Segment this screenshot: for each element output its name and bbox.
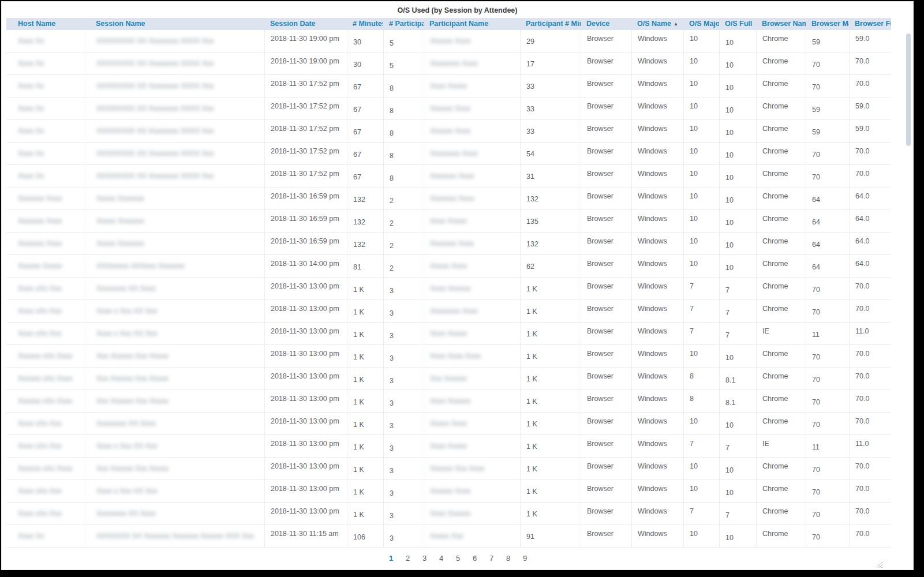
col-header-browser_full[interactable]: Browser Full	[849, 18, 891, 30]
table-row: Xxxxxxx XxxxXxxxx Xxxxxxx2018-11-30 16:5…	[6, 188, 891, 210]
page-number-7[interactable]: 7	[483, 553, 500, 564]
cell-host: Xxxxxxx Xxxx	[6, 210, 85, 232]
cell-os_full: 10	[719, 413, 756, 434]
cell-browser_full: 70.0	[849, 368, 891, 389]
col-header-os_full[interactable]: O/S Full	[719, 18, 756, 30]
cell-browser_full: 59.0	[849, 98, 891, 119]
cell-os_major: 10	[683, 188, 719, 209]
table-row: Xxxx xXx XxxXxxx x Xxx XX Xxx2018-11-30 …	[6, 480, 891, 503]
table-row: Xxxx xXx XxxXxxx x Xxx XX Xxx2018-11-30 …	[6, 435, 891, 458]
cell-browser_major: 11	[806, 435, 849, 457]
cell-browser_name: IE	[756, 323, 806, 344]
cell-participant: Xxxxxxxx Xxxx	[424, 300, 520, 322]
cell-os_full: 10	[719, 480, 756, 502]
cell-session: XXXXXXXX XX Xxxxxxxx XXXX Xxx	[85, 143, 264, 164]
cell-os_major: 7	[683, 435, 719, 457]
cell-date: 2018-11-30 13:00 pm	[264, 345, 347, 367]
vertical-scrollbar-thumb[interactable]	[906, 33, 911, 146]
cell-browser_full: 70.0	[849, 390, 891, 412]
cell-device: Browser	[581, 413, 631, 434]
cell-device: Browser	[581, 458, 631, 479]
table-header-row: Host NameSession NameSession Date# Minut…	[6, 18, 891, 30]
cell-browser_major: 70	[806, 458, 849, 479]
cell-minutes: 1 K	[347, 480, 383, 502]
cell-browser_name: Chrome	[756, 98, 806, 119]
cell-participants: 2	[383, 210, 424, 232]
cell-os_major: 10	[683, 233, 719, 254]
col-header-session[interactable]: Session Name	[85, 18, 264, 30]
col-header-participants[interactable]: # Participants	[383, 18, 424, 30]
cell-os_major: 7	[683, 300, 719, 322]
cell-os_major: 10	[683, 75, 719, 97]
cell-os_name: Windows	[631, 525, 683, 547]
cell-host: Xxxx Xx	[6, 30, 85, 52]
col-header-label: O/S Major	[689, 20, 719, 28]
cell-p_minutes: 1 K	[520, 413, 581, 434]
cell-os_major: 7	[683, 503, 719, 524]
page-number-6[interactable]: 6	[466, 553, 483, 564]
col-header-minutes[interactable]: # Minutes	[347, 18, 383, 30]
cell-minutes: 132	[347, 233, 383, 254]
cell-minutes: 132	[347, 210, 383, 232]
cell-device: Browser	[581, 30, 631, 52]
cell-os_full: 8.1	[719, 390, 756, 412]
cell-participant: Xxxx Xxxxx	[424, 323, 520, 344]
table-row: Xxxx xXx XxxXxxx x Xxx XX Xxx2018-11-30 …	[6, 300, 891, 323]
col-header-participant[interactable]: Participant Name	[424, 18, 520, 30]
cell-minutes: 1 K	[347, 278, 383, 299]
page-number-8[interactable]: 8	[500, 553, 517, 564]
cell-device: Browser	[581, 143, 631, 164]
cell-browser_full: 70.0	[849, 345, 891, 367]
cell-p_minutes: 1 K	[520, 345, 581, 367]
cell-os_name: Windows	[631, 188, 683, 209]
cell-browser_name: Chrome	[756, 278, 806, 299]
cell-date: 2018-11-30 17:52 pm	[264, 143, 347, 164]
page-number-3[interactable]: 3	[416, 553, 433, 564]
cell-os_name: Windows	[631, 120, 683, 142]
cell-session: XXXXXXX XX Xxxxxxx Xxxxxxx Xxxxxx XXX Xx…	[85, 525, 264, 547]
cell-host: Xxxx xXx Xxx	[6, 278, 85, 299]
cell-participant: Xxxxxx Xxxx	[424, 480, 520, 502]
page-number-1[interactable]: 1	[383, 553, 399, 564]
page-number-9[interactable]: 9	[517, 553, 533, 564]
col-header-os_major[interactable]: O/S Major	[683, 18, 719, 30]
cell-p_minutes: 1 K	[520, 323, 581, 344]
col-header-os_name[interactable]: O/S Name▲	[631, 18, 683, 30]
table-row: Xxxxxx xXx XxxxXxx Xxxxxx Xxx Xxxxx2018-…	[6, 390, 891, 413]
cell-browser_name: Chrome	[756, 233, 806, 254]
cell-os_name: Windows	[631, 300, 683, 322]
cell-participant: Xxxxxx Xxxx	[424, 120, 520, 142]
pagination: 123456789	[2, 550, 914, 569]
table-row: Xxxx XxXXXXXXXX XX Xxxxxxxx XXXX Xxx2018…	[6, 165, 891, 188]
cell-browser_major: 70	[806, 525, 849, 547]
page-number-5[interactable]: 5	[450, 553, 466, 564]
cell-participant: Xxxxx Xxxx	[424, 255, 520, 277]
page-number-4[interactable]: 4	[433, 553, 450, 564]
cell-session: XXXXXXXX XX Xxxxxxxx XXXX Xxx	[85, 75, 264, 97]
col-header-device[interactable]: Device	[581, 18, 631, 30]
cell-participant: Xxxxxxxx Xxxx	[424, 143, 520, 164]
cell-date: 2018-11-30 16:59 pm	[264, 233, 347, 254]
col-header-browser_name[interactable]: Browser Name	[756, 18, 806, 30]
cell-participants: 3	[383, 525, 424, 547]
cell-os_major: 10	[683, 165, 719, 187]
cell-browser_name: Chrome	[756, 503, 806, 524]
col-header-host[interactable]: Host Name	[6, 18, 85, 30]
cell-os_full: 7	[719, 278, 756, 299]
table-row: Xxxx xXx XxxXxxxxxxx XX Xxxx2018-11-30 1…	[6, 503, 891, 525]
col-header-label: Participant Name	[429, 20, 488, 28]
cell-browser_major: 70	[806, 278, 849, 299]
cell-minutes: 1 K	[347, 435, 383, 457]
col-header-browser_major[interactable]: Browser Major	[806, 18, 849, 30]
col-header-date[interactable]: Session Date	[264, 18, 347, 30]
cell-browser_major: 64	[806, 188, 849, 209]
col-header-p_minutes[interactable]: Participant # Minutes	[520, 18, 581, 30]
cell-host: Xxxxxxx Xxxx	[6, 188, 85, 209]
col-header-label: O/S Full	[725, 20, 752, 28]
cell-host: Xxxx xXx Xxx	[6, 503, 85, 524]
cell-participants: 3	[383, 458, 424, 479]
cell-device: Browser	[581, 345, 631, 367]
cell-date: 2018-11-30 17:52 pm	[264, 165, 347, 187]
cell-minutes: 1 K	[347, 300, 383, 322]
page-number-2[interactable]: 2	[399, 553, 416, 564]
